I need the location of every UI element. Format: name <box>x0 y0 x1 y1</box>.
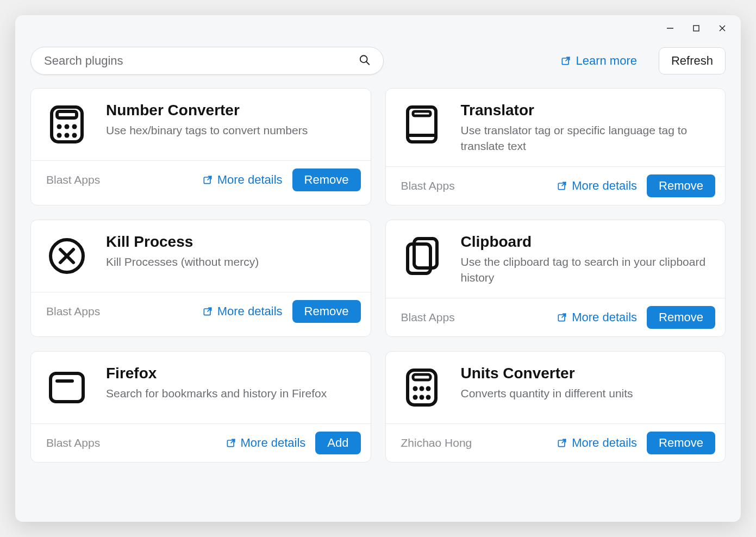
plugin-title: Number Converter <box>106 102 355 119</box>
plugin-author: Blast Apps <box>401 179 547 192</box>
plugin-description: Use translator tag or specific language … <box>461 122 710 154</box>
remove-button[interactable]: Remove <box>647 306 715 329</box>
more-details-link[interactable]: More details <box>554 433 639 453</box>
remove-button[interactable]: Remove <box>647 174 715 197</box>
plugin-card-bottom: Zhichao Hong More details Remove <box>386 423 726 462</box>
more-details-label: More details <box>572 310 637 324</box>
svg-line-5 <box>366 61 370 65</box>
more-details-link[interactable]: More details <box>223 433 308 453</box>
external-link-icon <box>557 180 567 191</box>
plugin-title: Clipboard <box>461 233 710 251</box>
external-link-icon <box>226 438 236 448</box>
search-icon <box>359 54 371 66</box>
more-details-label: More details <box>217 304 283 319</box>
plugin-card-bottom: Blast Apps More details Remove <box>31 160 371 199</box>
plugin-list-scroll[interactable]: Number Converter Use hex/binary tags to … <box>15 88 741 522</box>
plugin-card-bottom: Blast Apps More details Remove <box>386 166 726 205</box>
learn-more-link[interactable]: Learn more <box>560 54 637 68</box>
calculator-icon <box>43 101 91 148</box>
maximize-button[interactable] <box>683 17 709 39</box>
plugin-description: Converts quantity in different units <box>461 385 710 401</box>
xcircle-icon <box>43 232 91 280</box>
plugin-description: Kill Processes (without mercy) <box>106 254 355 270</box>
book-icon <box>398 101 446 148</box>
plugin-author: Blast Apps <box>401 311 547 324</box>
remove-button[interactable]: Remove <box>647 432 715 454</box>
plugin-card-bottom: Blast Apps More details Add <box>31 423 371 462</box>
plugin-description: Use the clipboard tag to search in your … <box>461 254 710 286</box>
close-icon <box>718 24 726 32</box>
plugin-author: Blast Apps <box>46 173 192 186</box>
plugin-card-top: Translator Use translator tag or specifi… <box>386 89 726 166</box>
plugin-manager-window: Learn more Refresh Number Converter Use … <box>15 15 741 522</box>
plugin-title: Translator <box>461 102 710 119</box>
plugin-card-top: Kill Process Kill Processes (without mer… <box>31 220 371 292</box>
external-link-icon <box>560 55 571 66</box>
plugin-author: Blast Apps <box>46 436 216 449</box>
plugin-title: Units Converter <box>461 365 710 382</box>
plugin-card: Units Converter Converts quantity in dif… <box>385 351 726 463</box>
minimize-button[interactable] <box>657 17 683 39</box>
plugin-card: Number Converter Use hex/binary tags to … <box>30 88 371 205</box>
clipboard-icon <box>398 232 446 280</box>
search-button[interactable] <box>357 52 373 70</box>
plugin-card-top: Clipboard Use the clipboard tag to searc… <box>386 220 726 298</box>
plugin-description: Use hex/binary tags to convert numbers <box>106 122 355 138</box>
plugin-title: Kill Process <box>106 233 355 251</box>
close-button[interactable] <box>709 17 735 39</box>
learn-more-label: Learn more <box>576 54 637 68</box>
plugin-card: Firefox Search for bookmarks and history… <box>30 351 371 463</box>
more-details-label: More details <box>217 173 283 187</box>
minimize-icon <box>666 24 674 32</box>
more-details-label: More details <box>241 436 306 450</box>
plugin-card-text: Number Converter Use hex/binary tags to … <box>106 101 355 138</box>
search-wrap <box>30 47 384 75</box>
plugin-author: Zhichao Hong <box>401 436 547 449</box>
external-link-icon <box>557 312 567 323</box>
more-details-label: More details <box>572 436 637 450</box>
more-details-label: More details <box>572 179 637 193</box>
remove-button[interactable]: Remove <box>292 168 361 191</box>
more-details-link[interactable]: More details <box>200 301 285 322</box>
plugin-card-text: Firefox Search for bookmarks and history… <box>106 364 355 401</box>
external-link-icon <box>202 306 213 317</box>
plugin-card-text: Units Converter Converts quantity in dif… <box>461 364 710 401</box>
more-details-link[interactable]: More details <box>554 176 639 196</box>
plugin-description: Search for bookmarks and history in Fire… <box>106 385 355 401</box>
plugin-grid: Number Converter Use hex/binary tags to … <box>30 88 726 463</box>
add-button[interactable]: Add <box>315 432 360 454</box>
plugin-card-text: Clipboard Use the clipboard tag to searc… <box>461 232 710 286</box>
toolbar: Learn more Refresh <box>15 41 741 88</box>
plugin-card-bottom: Blast Apps More details Remove <box>31 292 371 330</box>
plugin-card-text: Kill Process Kill Processes (without mer… <box>106 232 355 270</box>
titlebar <box>15 15 741 41</box>
refresh-button[interactable]: Refresh <box>659 47 726 74</box>
search-input[interactable] <box>30 47 384 75</box>
plugin-card-top: Units Converter Converts quantity in dif… <box>386 352 726 423</box>
maximize-icon <box>692 24 700 32</box>
plugin-card: Kill Process Kill Processes (without mer… <box>30 220 371 337</box>
plugin-card-top: Number Converter Use hex/binary tags to … <box>31 89 371 160</box>
plugin-card-bottom: Blast Apps More details Remove <box>386 298 726 336</box>
plugin-card-text: Translator Use translator tag or specifi… <box>461 101 710 154</box>
plugin-author: Blast Apps <box>46 305 192 318</box>
more-details-link[interactable]: More details <box>554 307 639 328</box>
plugin-card: Translator Use translator tag or specifi… <box>385 88 726 205</box>
remove-button[interactable]: Remove <box>292 300 361 323</box>
plugin-title: Firefox <box>106 365 355 382</box>
more-details-link[interactable]: More details <box>200 170 285 190</box>
calculator2-icon <box>398 364 446 411</box>
external-link-icon <box>557 438 567 448</box>
plugin-card-top: Firefox Search for bookmarks and history… <box>31 352 371 423</box>
plugin-card: Clipboard Use the clipboard tag to searc… <box>385 220 726 337</box>
external-link-icon <box>202 174 213 185</box>
browser-icon <box>43 364 91 411</box>
svg-rect-1 <box>693 26 699 31</box>
